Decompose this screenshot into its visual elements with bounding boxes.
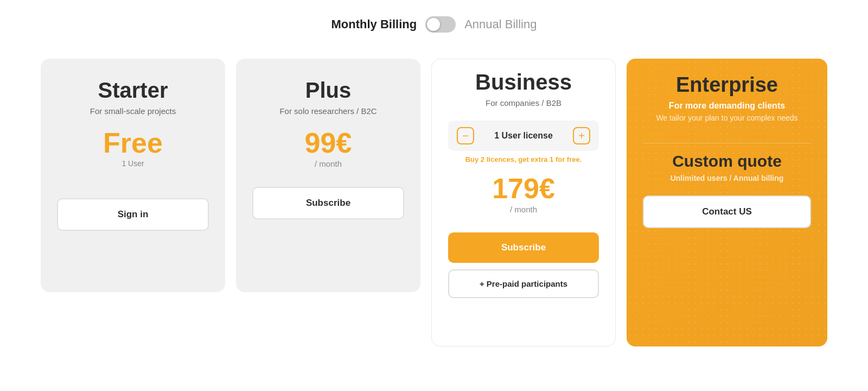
enterprise-subtitle-extra: We tailor your plan to your complex need… bbox=[656, 113, 797, 124]
monthly-billing-label: Monthly Billing bbox=[331, 17, 417, 31]
business-title: Business bbox=[475, 70, 572, 94]
enterprise-card: Enterprise For more demanding clients We… bbox=[627, 59, 827, 346]
business-subtitle: For companies / B2B bbox=[486, 98, 561, 108]
enterprise-divider bbox=[643, 143, 811, 143]
annual-billing-label: Annual Billing bbox=[464, 17, 537, 31]
business-price: 179€ bbox=[492, 174, 555, 203]
stepper-decrement-button[interactable]: − bbox=[457, 127, 474, 144]
starter-title: Starter bbox=[98, 78, 168, 102]
business-card: Business For companies / B2B − 1 User li… bbox=[431, 59, 616, 346]
enterprise-unlimited-label: Unlimited users / Annual billing bbox=[671, 174, 784, 182]
stepper-promo: Buy 2 licences, get extra 1 for free. bbox=[465, 155, 582, 163]
enterprise-custom-quote-title: Custom quote bbox=[672, 152, 782, 171]
license-stepper: − 1 User license + bbox=[448, 121, 599, 151]
starter-subtitle: For small-scale projects bbox=[90, 106, 176, 116]
pricing-cards: Starter For small-scale projects Free 1 … bbox=[22, 59, 846, 346]
billing-toggle-row: Monthly Billing Annual Billing bbox=[331, 16, 537, 33]
business-cta-button[interactable]: Subscribe bbox=[448, 232, 599, 263]
plus-price: 99€ bbox=[305, 129, 352, 157]
plus-price-period: / month bbox=[315, 159, 342, 168]
plus-subtitle: For solo researchers / B2C bbox=[279, 106, 376, 116]
business-price-period: / month bbox=[510, 205, 537, 214]
starter-user-count: 1 User bbox=[122, 159, 144, 168]
plus-title: Plus bbox=[305, 78, 351, 102]
stepper-increment-button[interactable]: + bbox=[573, 127, 590, 144]
starter-price: Free bbox=[103, 129, 163, 157]
stepper-label: 1 User license bbox=[494, 131, 553, 141]
enterprise-title: Enterprise bbox=[676, 74, 778, 97]
business-prepaid-button[interactable]: + Pre-paid participants bbox=[448, 269, 599, 298]
billing-toggle[interactable] bbox=[425, 16, 456, 33]
starter-cta-button[interactable]: Sign in bbox=[57, 198, 209, 231]
plus-cta-button[interactable]: Subscribe bbox=[252, 187, 404, 219]
enterprise-subtitle: For more demanding clients bbox=[669, 101, 785, 111]
starter-card: Starter For small-scale projects Free 1 … bbox=[41, 59, 225, 292]
enterprise-cta-button[interactable]: Contact US bbox=[643, 195, 811, 228]
plus-card: Plus For solo researchers / B2C 99€ / mo… bbox=[236, 59, 420, 292]
